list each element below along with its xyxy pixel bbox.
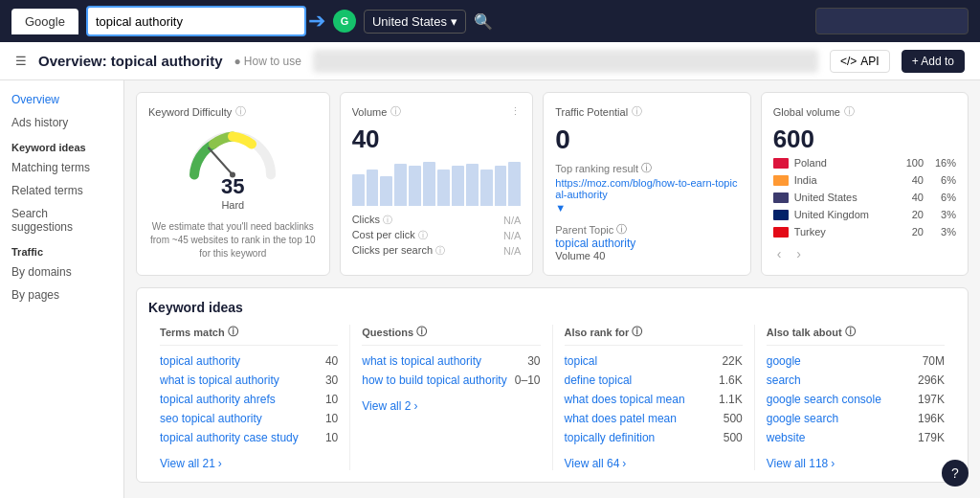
sidebar-item-overview[interactable]: Overview [0, 88, 123, 111]
also-talk-view-all[interactable]: View all 118 › [767, 453, 945, 470]
global-nav: ‹ › [773, 244, 956, 263]
kw-term-link[interactable]: what does topical mean [565, 393, 685, 406]
top-result-info-icon[interactable]: ⓘ [641, 161, 652, 175]
global-info-icon[interactable]: ⓘ [844, 104, 855, 119]
kw-val: 179K [918, 431, 945, 444]
cpc-row: Cost per click ⓘ N/A [352, 229, 522, 242]
also-rank-rows: topical22Kdefine topical1.6Kwhat does to… [565, 351, 743, 447]
add-to-button[interactable]: + Add to [902, 50, 965, 73]
kw-val: 296K [918, 374, 945, 387]
volume-more-icon[interactable]: ⋮ [510, 105, 521, 118]
terms-match-header: Terms match ⓘ [160, 325, 338, 346]
terms-match-view-all[interactable]: View all 21 › [160, 453, 338, 470]
clicks-info-icon[interactable]: ⓘ [383, 215, 392, 225]
kw-term-link[interactable]: google [767, 354, 801, 368]
country-rows: Poland 100 16% India 40 6% United States… [773, 154, 956, 240]
volume-info-icon[interactable]: ⓘ [390, 104, 401, 119]
kw-term-link[interactable]: google search console [767, 393, 881, 406]
volume-value: 40 [352, 124, 522, 154]
questions-column: Questions ⓘ what is topical authority30h… [350, 325, 552, 470]
kw-row: google search console197K [767, 390, 945, 409]
cps-label: Clicks per search ⓘ [352, 244, 445, 258]
volume-bar [452, 166, 464, 206]
sidebar-item-matching-terms[interactable]: Matching terms [0, 156, 123, 179]
kw-val: 22K [722, 354, 742, 368]
kw-term-link[interactable]: topical authority [160, 354, 240, 368]
kw-term-link[interactable]: seo topical authority [160, 412, 262, 425]
kw-term-link[interactable]: google search [767, 412, 838, 425]
search-button[interactable]: 🔍 [474, 12, 493, 31]
kw-term-link[interactable]: define topical [565, 374, 633, 387]
kw-term-link[interactable]: what does patel mean [565, 412, 677, 425]
volume-bars [352, 158, 522, 206]
help-button[interactable]: ? [942, 460, 969, 487]
volume-bar [352, 174, 365, 206]
global-prev-button[interactable]: ‹ [773, 244, 786, 263]
top-navigation: Google ➔ G United States ▾ 🔍 [0, 0, 980, 42]
also-rank-view-all[interactable]: View all 64 › [565, 453, 743, 470]
api-button[interactable]: </> API [830, 50, 890, 73]
terms-match-info-icon[interactable]: ⓘ [228, 325, 238, 339]
search-input[interactable] [96, 14, 297, 29]
kw-term-link[interactable]: search [767, 374, 801, 387]
questions-rows: what is topical authority30how to build … [362, 351, 540, 390]
sidebar-item-search-suggestions[interactable]: Search suggestions [0, 202, 123, 238]
kw-term-link[interactable]: topical authority ahrefs [160, 393, 276, 406]
parent-topic-label: Parent Topic ⓘ [555, 222, 738, 237]
parent-topic-info-icon[interactable]: ⓘ [616, 222, 627, 237]
sidebar-item-related-terms[interactable]: Related terms [0, 179, 123, 202]
clicks-row: Clicks ⓘ N/A [352, 214, 522, 227]
api-icon: </> [840, 55, 857, 68]
hamburger-menu[interactable]: ☰ [15, 54, 27, 68]
country-pct: 16% [929, 157, 956, 169]
flag-icon [773, 158, 789, 169]
kw-val: 1.1K [719, 393, 743, 406]
google-tab[interactable]: Google [11, 9, 78, 34]
volume-card: Volume ⓘ ⋮ 40 Clicks ⓘ N/A [340, 92, 534, 276]
sidebar: Overview Ads history Keyword ideas Match… [0, 80, 124, 498]
kw-val: 30 [527, 354, 540, 368]
kw-val: 1.6K [719, 374, 743, 387]
sidebar-item-ads-history[interactable]: Ads history [0, 111, 123, 134]
country-row: United States 40 6% [773, 189, 956, 206]
kw-term-link[interactable]: what is topical authority [362, 354, 481, 368]
top-result-link[interactable]: https://moz.com/blog/how-to-earn-topical… [555, 177, 738, 200]
how-to-use-link[interactable]: ● How to use [234, 55, 301, 68]
kw-row: topical authority ahrefs10 [160, 390, 338, 409]
keyword-ideas-section: Keyword ideas Terms match ⓘ topical auth… [136, 287, 969, 483]
kw-term-link[interactable]: topically definition [565, 431, 656, 444]
parent-topic-link[interactable]: topical authority [555, 237, 738, 250]
top-result-label: Top ranking result ⓘ [555, 161, 738, 175]
also-talk-info-icon[interactable]: ⓘ [845, 325, 856, 339]
traffic-info-icon[interactable]: ⓘ [632, 104, 642, 119]
cpc-value: N/A [503, 230, 521, 241]
country-name: United States [794, 192, 894, 203]
clicks-value: N/A [503, 215, 521, 226]
gauge-label: Hard [221, 199, 244, 211]
kd-note: We estimate that you'll need backlinks f… [148, 220, 318, 260]
gauge-container: 35 Hard [148, 124, 318, 215]
flag-icon [773, 210, 789, 220]
sidebar-item-by-pages[interactable]: By pages [0, 283, 123, 306]
also-rank-info-icon[interactable]: ⓘ [632, 325, 642, 339]
questions-info-icon[interactable]: ⓘ [416, 325, 427, 339]
kw-val: 0–10 [515, 374, 541, 387]
kw-term-link[interactable]: how to build topical authority [362, 374, 506, 387]
kw-term-link[interactable]: topical [565, 354, 598, 368]
cps-info-icon[interactable]: ⓘ [435, 245, 445, 256]
global-next-button[interactable]: › [792, 244, 805, 263]
search-box[interactable] [86, 6, 306, 36]
kw-term-link[interactable]: topical authority case study [160, 431, 299, 444]
cpc-info-icon[interactable]: ⓘ [418, 230, 428, 240]
chevron-down-icon: ▾ [451, 14, 457, 29]
global-value: 600 [773, 124, 956, 154]
questions-view-all[interactable]: View all 2 › [362, 396, 540, 413]
terms-match-rows: topical authority40what is topical autho… [160, 351, 338, 447]
keyword-difficulty-card: Keyword Difficulty ⓘ 35 [136, 92, 330, 276]
sidebar-item-by-domains[interactable]: By domains [0, 260, 123, 283]
kd-info-icon[interactable]: ⓘ [235, 104, 246, 119]
country-selector[interactable]: United States ▾ [364, 10, 466, 34]
kw-term-link[interactable]: what is topical authority [160, 374, 279, 387]
keyword-ideas-title: Keyword ideas [148, 300, 956, 315]
kw-term-link[interactable]: website [767, 431, 806, 444]
